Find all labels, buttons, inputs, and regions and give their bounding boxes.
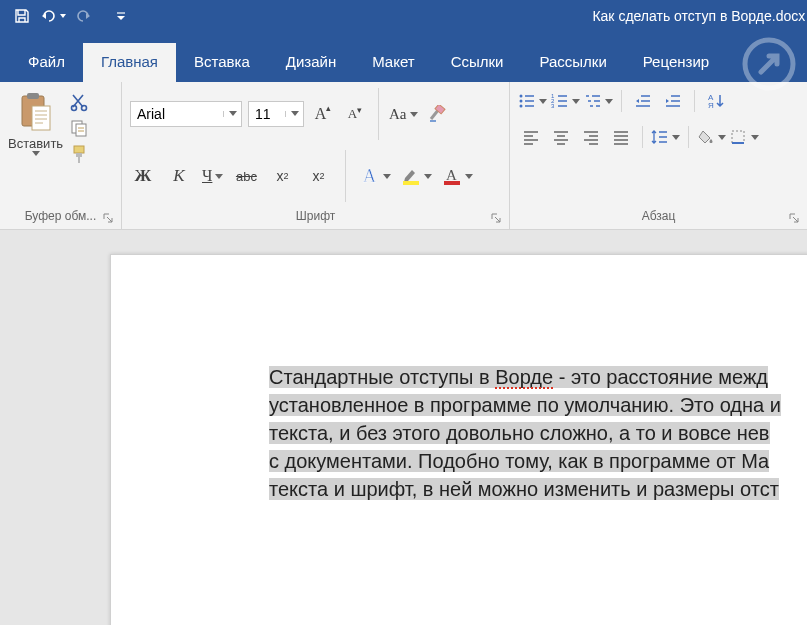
highlight-color-button[interactable] (401, 163, 432, 189)
group-paragraph: 123 AЯ (510, 82, 807, 229)
svg-point-5 (82, 106, 87, 111)
svg-text:3: 3 (551, 103, 555, 109)
svg-rect-3 (32, 106, 50, 130)
document-area: Стандартные отступы в Ворде - это рассто… (0, 230, 807, 625)
tab-home[interactable]: Главная (83, 43, 176, 82)
tab-file[interactable]: Файл (10, 43, 83, 82)
svg-rect-8 (74, 146, 84, 153)
svg-text:A: A (446, 167, 457, 183)
line-spacing-button[interactable] (651, 124, 680, 150)
font-group-label: Шрифт (296, 209, 335, 223)
align-left-icon[interactable] (518, 124, 544, 150)
font-size-value: 11 (249, 106, 285, 122)
sort-icon[interactable]: AЯ (703, 88, 729, 114)
italic-button[interactable]: К (166, 163, 192, 189)
ribbon: Вставить Буфер обм... (0, 82, 807, 230)
group-clipboard: Вставить Буфер обм... (0, 82, 122, 229)
watermark-icon (741, 36, 797, 92)
multilevel-list-button[interactable] (584, 88, 613, 114)
svg-point-4 (72, 106, 77, 111)
subscript-button[interactable]: x2 (269, 163, 295, 189)
tab-layout[interactable]: Макет (354, 43, 432, 82)
svg-text:Я: Я (708, 101, 714, 110)
clear-formatting-icon[interactable] (424, 101, 450, 127)
tab-review[interactable]: Рецензир (625, 43, 727, 82)
align-center-icon[interactable] (548, 124, 574, 150)
paragraph-launcher-icon[interactable] (789, 213, 799, 223)
tab-design[interactable]: Дизайн (268, 43, 354, 82)
grow-font-icon[interactable]: A▴ (310, 101, 336, 127)
bullets-button[interactable] (518, 88, 547, 114)
svg-rect-14 (444, 181, 460, 185)
redo-button[interactable] (76, 8, 92, 24)
svg-text:A: A (363, 166, 376, 186)
change-case-button[interactable]: Aa (389, 101, 418, 127)
tab-insert[interactable]: Вставка (176, 43, 268, 82)
save-icon[interactable] (14, 8, 30, 24)
svg-rect-23 (732, 131, 744, 143)
svg-rect-12 (403, 181, 419, 185)
align-right-icon[interactable] (578, 124, 604, 150)
chevron-down-icon[interactable] (223, 111, 241, 117)
text-effects-button[interactable]: A (360, 163, 391, 189)
clipboard-group-label: Буфер обм... (25, 209, 97, 223)
title-bar: Как сделать отступ в Ворде.docx - V (0, 0, 807, 32)
borders-button[interactable] (730, 124, 759, 150)
tab-mailings[interactable]: Рассылки (521, 43, 624, 82)
decrease-indent-icon[interactable] (630, 88, 656, 114)
cut-icon[interactable] (69, 92, 89, 112)
paragraph-group-label: Абзац (642, 209, 676, 223)
shrink-font-icon[interactable]: A▾ (342, 101, 368, 127)
selected-text[interactable]: Стандартные отступы в Ворде - это рассто… (269, 363, 807, 503)
document-title: Как сделать отступ в Ворде.docx - V (592, 8, 807, 24)
ribbon-tabs: Файл Главная Вставка Дизайн Макет Ссылки… (0, 32, 807, 82)
undo-button[interactable] (40, 8, 66, 24)
format-painter-icon[interactable] (69, 144, 89, 164)
svg-point-15 (520, 95, 523, 98)
align-justify-icon[interactable] (608, 124, 634, 150)
shading-button[interactable] (697, 124, 726, 150)
copy-icon[interactable] (69, 118, 89, 138)
svg-rect-2 (27, 93, 39, 99)
font-color-button[interactable]: A (442, 163, 473, 189)
paste-button[interactable]: Вставить (8, 88, 63, 157)
paste-label: Вставить (8, 136, 63, 151)
clipboard-launcher-icon[interactable] (103, 213, 113, 223)
qat-customize-icon[interactable] (116, 11, 126, 21)
chevron-down-icon[interactable] (285, 111, 303, 117)
page[interactable]: Стандартные отступы в Ворде - это рассто… (110, 254, 807, 625)
svg-rect-9 (76, 153, 82, 157)
bold-button[interactable]: Ж (130, 163, 156, 189)
svg-point-17 (520, 105, 523, 108)
svg-point-16 (520, 100, 523, 103)
font-name-combo[interactable]: Arial (130, 101, 242, 127)
tab-references[interactable]: Ссылки (433, 43, 522, 82)
font-name-value: Arial (131, 106, 223, 122)
increase-indent-icon[interactable] (660, 88, 686, 114)
numbering-button[interactable]: 123 (551, 88, 580, 114)
group-font: Arial 11 A▴ A▾ Aa Ж К Ч abc (122, 82, 510, 229)
superscript-button[interactable]: x2 (305, 163, 331, 189)
underline-button[interactable]: Ч (202, 163, 223, 189)
font-size-combo[interactable]: 11 (248, 101, 304, 127)
quick-access-toolbar (0, 8, 126, 24)
font-launcher-icon[interactable] (491, 213, 501, 223)
svg-rect-7 (76, 124, 86, 136)
chevron-down-icon (32, 151, 40, 157)
strikethrough-button[interactable]: abc (233, 163, 259, 189)
